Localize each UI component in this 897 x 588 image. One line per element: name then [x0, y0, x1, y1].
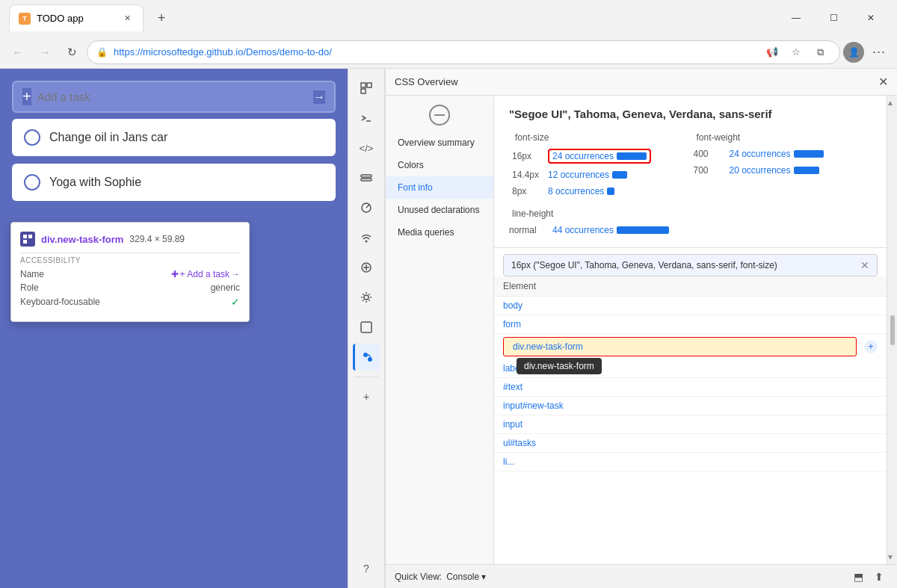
devtools-icon-network[interactable]	[353, 164, 380, 191]
tab-title: TODO app	[37, 13, 84, 24]
new-task-input[interactable]	[37, 90, 307, 103]
css-overview-close-button[interactable]: ✕	[878, 75, 888, 89]
line-height-normal-occurrences[interactable]: 44 occurrences	[552, 225, 669, 235]
devtools-icon-wifi[interactable]	[353, 224, 380, 251]
address-bar[interactable]: 🔒 https://microsoftedge.github.io/Demos/…	[87, 40, 840, 64]
task-checkbox-2[interactable]	[24, 174, 40, 191]
font-weight-700-occurrences[interactable]: 20 occurrences	[730, 165, 819, 176]
url-text: https://microsoftedge.github.io/Demos/de…	[114, 46, 756, 58]
devtools-icon-console[interactable]	[353, 105, 380, 131]
scroll-thumb[interactable]	[890, 315, 895, 345]
task-checkbox-1[interactable]	[24, 129, 40, 146]
more-options-button[interactable]: ···	[867, 40, 891, 64]
font-filter-text: 16px ("Segoe UI", Tahoma, Geneva, Verdan…	[511, 260, 777, 270]
font-size-8-bar	[607, 188, 614, 195]
tab-close-button[interactable]: ✕	[120, 12, 134, 25]
line-height-header: line-height	[509, 208, 872, 219]
profile-button[interactable]: 👤	[843, 42, 864, 63]
devtools-icon-help[interactable]: ?	[353, 555, 380, 582]
svg-rect-5	[361, 89, 366, 93]
font-size-16-bar	[617, 152, 647, 160]
element-div-new-task-form-text: div.new-task-form	[513, 341, 583, 352]
font-weight-header: font-weight	[694, 132, 869, 143]
svg-rect-4	[367, 83, 372, 87]
element-text[interactable]: #text	[494, 378, 887, 397]
font-size-14-occurrences[interactable]: 12 occurrences	[548, 170, 627, 180]
scroll-track	[890, 96, 895, 564]
favorites-icon[interactable]: ☆	[786, 42, 807, 63]
css-content[interactable]: "Segoe UI", Tahoma, Geneva, Verdana, san…	[494, 96, 887, 564]
element-div-new-task-form[interactable]: div.new-task-form	[503, 337, 857, 356]
panel-scrollbar[interactable]: ▲ ▼	[887, 96, 897, 564]
todo-app: + → div.new-task-form 329.4 × 59.89 ACCE…	[0, 69, 348, 588]
quick-view-dock-button[interactable]: ⬒	[849, 568, 867, 586]
font-size-row-8px: 8px 8 occurrences	[512, 186, 688, 196]
forward-button[interactable]: →	[33, 40, 57, 64]
nav-item-font-info[interactable]: Font info	[386, 176, 493, 199]
element-type-icon	[20, 232, 35, 247]
font-filter-pill: 16px ("Segoe UI", Tahoma, Geneva, Verdan…	[503, 254, 878, 276]
devtools-icon-elements2[interactable]	[353, 314, 380, 341]
add-task-plus-button[interactable]: +	[22, 88, 31, 105]
accessibility-popup: div.new-task-form 329.4 × 59.89 ACCESSIB…	[10, 222, 250, 322]
devtools-icon-performance[interactable]	[353, 194, 380, 221]
read-aloud-icon[interactable]: 📢	[762, 42, 783, 63]
element-body[interactable]: body	[494, 297, 887, 315]
nav-item-overview-summary[interactable]: Overview summary	[386, 131, 493, 154]
font-size-8-occurrences[interactable]: 8 occurrences	[548, 186, 614, 196]
font-size-row-16px: 16px 24 occurrences	[512, 149, 688, 164]
nav-item-media-queries[interactable]: Media queries	[386, 221, 493, 244]
font-size-row-14px: 14.4px 12 occurrences	[512, 170, 688, 180]
task-item-2: Yoga with Sophie	[12, 164, 336, 201]
devtools-icon-elements[interactable]: </>	[353, 134, 380, 161]
new-tab-button[interactable]: +	[150, 6, 173, 30]
navigation-bar: ← → ↻ 🔒 https://microsoftedge.github.io/…	[0, 36, 897, 69]
keyboard-focusable-check-icon: ✓	[231, 296, 240, 308]
font-weight-column: font-weight 400 24 occurrences	[691, 132, 872, 202]
element-li[interactable]: li...	[494, 453, 887, 471]
svg-rect-8	[361, 179, 372, 181]
devtools-icon-css-overview[interactable]	[353, 344, 380, 371]
acc-name-row: Name ✚ + Add a task →	[20, 269, 240, 279]
back-button[interactable]: ←	[6, 40, 30, 64]
task-item-1: Change oil in Jans car	[12, 119, 336, 156]
refresh-button[interactable]: ↻	[60, 40, 84, 64]
line-height-normal-bar	[617, 226, 669, 234]
nav-item-colors[interactable]: Colors	[386, 154, 493, 176]
line-height-section: line-height normal 44 occurrences	[509, 208, 872, 235]
acc-role-label: Role	[20, 282, 39, 293]
devtools-sidebar: </> + ?	[348, 69, 385, 588]
devtools-icon-inspect[interactable]	[353, 75, 380, 102]
nav-item-unused-declarations[interactable]: Unused declarations	[386, 199, 493, 221]
devtools-icon-settings[interactable]	[353, 284, 380, 311]
scroll-up-arrow[interactable]: ▲	[887, 99, 894, 107]
scroll-down-arrow[interactable]: ▼	[887, 553, 894, 561]
submit-task-button[interactable]: →	[313, 90, 325, 104]
devtools-icon-sources[interactable]	[353, 254, 380, 281]
svg-rect-7	[361, 175, 372, 177]
maximize-button[interactable]: ☐	[816, 6, 851, 30]
browser-tab[interactable]: T TODO app ✕	[9, 4, 144, 31]
font-size-16-occurrences[interactable]: 24 occurrences	[548, 149, 651, 164]
quick-view-dropdown[interactable]: Console ▾	[446, 572, 486, 582]
minimize-button[interactable]: —	[779, 6, 813, 30]
quick-view-expand-button[interactable]: ⬆	[870, 568, 888, 586]
svg-rect-16	[361, 322, 372, 332]
font-filter-close-button[interactable]: ✕	[860, 259, 869, 271]
svg-point-17	[363, 353, 368, 357]
no-entry-icon	[429, 105, 450, 126]
svg-rect-3	[361, 83, 366, 87]
font-family-title: "Segoe UI", Tahoma, Geneva, Verdana, san…	[509, 108, 872, 120]
quick-view-bar: Quick View: Console ▾ ⬒ ⬆	[386, 564, 897, 588]
element-add-button[interactable]: +	[864, 340, 878, 353]
element-input[interactable]: input	[494, 415, 887, 434]
element-ul-tasks[interactable]: ul#tasks	[494, 434, 887, 453]
close-button[interactable]: ✕	[854, 6, 888, 30]
font-weight-400-bar	[794, 150, 824, 158]
devtools-icon-add[interactable]: +	[353, 383, 380, 410]
acc-name-label: Name	[20, 269, 44, 279]
element-input-new-task[interactable]: input#new-task	[494, 397, 887, 415]
font-weight-400-occurrences[interactable]: 24 occurrences	[730, 149, 824, 159]
collections-icon[interactable]: ⧉	[810, 42, 830, 63]
element-form[interactable]: form	[494, 315, 887, 334]
